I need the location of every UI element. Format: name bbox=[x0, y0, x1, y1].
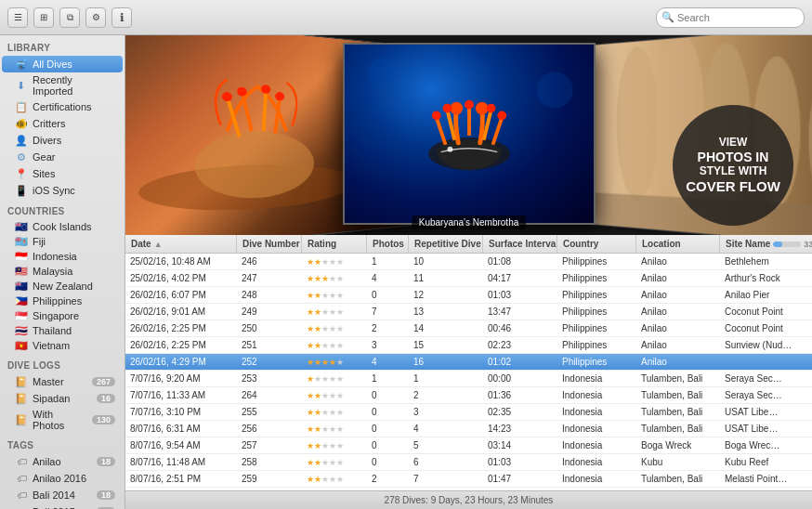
table-row[interactable]: 8/07/16, 2:51 PM 259 ★★★★★ 2 7 01:47 Ind… bbox=[125, 471, 812, 488]
sidebar-item-malaysia[interactable]: 🇲🇾 Malaysia bbox=[2, 264, 123, 279]
svg-point-22 bbox=[465, 100, 474, 110]
td-location: Tulamben, Bali bbox=[636, 404, 720, 420]
td-surface: 00:00 bbox=[483, 371, 557, 386]
td-site: Sunview (Nud… bbox=[720, 337, 812, 353]
td-photos: 2 bbox=[367, 471, 409, 487]
td-num: 252 bbox=[237, 354, 302, 370]
toolbar-btn-icon[interactable]: ⊞ bbox=[33, 7, 54, 28]
td-location: Anilao bbox=[636, 287, 720, 303]
td-location: Anilao bbox=[636, 254, 720, 269]
svg-point-10 bbox=[368, 59, 395, 85]
tag-icon: 🏷 bbox=[15, 489, 28, 502]
td-surface: 03:14 bbox=[483, 437, 557, 453]
sidebar-item-cook-islands[interactable]: 🇨🇰 Cook Islands bbox=[2, 219, 123, 234]
table-row[interactable]: 26/02/16, 6:07 PM 248 ★★★★★ 0 12 01:03 P… bbox=[125, 287, 812, 304]
th-photos[interactable]: Photos bbox=[367, 235, 409, 253]
td-photos: 0 bbox=[367, 421, 409, 437]
th-repetitive[interactable]: Repetitive Dive bbox=[409, 235, 483, 253]
td-rep: 6 bbox=[409, 454, 483, 470]
td-rating: ★★★★★ bbox=[302, 371, 367, 386]
td-site: USAT Libe… bbox=[720, 404, 812, 420]
table-row[interactable]: 25/02/16, 10:48 AM 246 ★★★★★ 1 10 01:08 … bbox=[125, 254, 812, 270]
overlay-line3: STYLE WITH bbox=[700, 164, 767, 177]
td-date: 7/07/16, 11:33 AM bbox=[125, 387, 237, 403]
toolbar-btn-settings[interactable]: ⚙ bbox=[85, 7, 106, 28]
anilao-badge: 18 bbox=[97, 457, 115, 466]
sidebar-item-sipadan[interactable]: 📔 Sipadan 16 bbox=[2, 390, 123, 407]
sidebar-item-tag-anilao[interactable]: 🏷 Anilao 18 bbox=[2, 453, 123, 470]
td-country: Philippines bbox=[557, 287, 636, 303]
td-num: 249 bbox=[237, 304, 302, 320]
td-photos: 0 bbox=[367, 437, 409, 453]
sidebar-item-sites[interactable]: 📍 Sites bbox=[2, 165, 123, 182]
td-num: 250 bbox=[237, 320, 302, 336]
svg-point-21 bbox=[442, 104, 452, 113]
cook-islands-flag: 🇨🇰 bbox=[15, 222, 28, 231]
sidebar-item-divers[interactable]: 👤 Divers bbox=[2, 132, 123, 149]
table-row[interactable]: 26/02/16, 4:29 PM 252 ★★★★★ 4 16 01:02 P… bbox=[125, 354, 812, 371]
sidebar-item-gear[interactable]: ⚙ Gear bbox=[2, 149, 123, 165]
sidebar-item-fiji[interactable]: 🇫🇯 Fiji bbox=[2, 234, 123, 249]
sidebar-item-all-dives[interactable]: 🤿 All Dives bbox=[2, 56, 123, 72]
status-bar: 278 Dives: 9 Days, 23 Hours, 23 Minutes bbox=[125, 490, 812, 509]
td-num: 248 bbox=[237, 287, 302, 303]
th-rating[interactable]: Rating bbox=[302, 235, 367, 253]
td-date: 26/02/16, 2:25 PM bbox=[125, 337, 237, 353]
table-row[interactable]: 8/07/16, 11:48 AM 258 ★★★★★ 0 6 01:03 In… bbox=[125, 454, 812, 471]
coverflow-center-photo[interactable] bbox=[343, 43, 596, 225]
td-rating: ★★★★★ bbox=[302, 471, 367, 487]
table-row[interactable]: 7/07/16, 3:10 PM 255 ★★★★★ 0 3 02:35 Ind… bbox=[125, 404, 812, 421]
sidebar-item-label: Singapore bbox=[33, 310, 79, 321]
tag-icon: 🏷 bbox=[15, 455, 28, 468]
table-row[interactable]: 8/07/16, 6:31 AM 256 ★★★★★ 0 4 14:23 Ind… bbox=[125, 421, 812, 437]
td-rating: ★★★★★ bbox=[302, 320, 367, 336]
toolbar-btn-info[interactable]: ℹ bbox=[111, 7, 132, 28]
th-dive-number[interactable]: Dive Number bbox=[237, 235, 302, 253]
sidebar-item-master[interactable]: 📔 Master 267 bbox=[2, 373, 123, 390]
td-num: 253 bbox=[237, 371, 302, 386]
table-row[interactable]: 7/07/16, 11:33 AM 264 ★★★★★ 0 2 01:36 In… bbox=[125, 387, 812, 404]
sidebar-item-tag-anilao-2016[interactable]: 🏷 Anilao 2016 bbox=[2, 470, 123, 487]
th-country[interactable]: Country bbox=[557, 235, 636, 253]
table-row[interactable]: 26/02/16, 2:25 PM 250 ★★★★★ 2 14 00:46 P… bbox=[125, 320, 812, 337]
th-location[interactable]: Location bbox=[636, 235, 720, 253]
sidebar-item-ios-sync[interactable]: 📱 iOS Sync bbox=[2, 182, 123, 199]
sidebar-item-vietnam[interactable]: 🇻🇳 Vietnam bbox=[2, 338, 123, 353]
sidebar-item-label: Sites bbox=[33, 168, 55, 179]
td-location: Anilao bbox=[636, 270, 720, 286]
search-input[interactable] bbox=[656, 7, 805, 28]
th-surface[interactable]: Surface Interval bbox=[483, 235, 557, 253]
sidebar-item-tag-bali-2015[interactable]: 🏷 Bali 2015 18 bbox=[2, 503, 123, 509]
td-photos: 4 bbox=[367, 270, 409, 286]
td-num: 256 bbox=[237, 421, 302, 437]
coverflow-area[interactable]: Kubaryana's Nembrotha VIEW PHOTOS IN STY… bbox=[125, 35, 812, 235]
table-row[interactable]: 26/02/16, 2:25 PM 251 ★★★★★ 3 15 02:23 P… bbox=[125, 337, 812, 354]
sidebar-item-certifications[interactable]: 📋 Certifications bbox=[2, 98, 123, 115]
table-row[interactable]: 25/02/16, 4:02 PM 247 ★★★★★ 4 11 04:17 P… bbox=[125, 270, 812, 287]
sidebar-item-thailand[interactable]: 🇹🇭 Thailand bbox=[2, 323, 123, 338]
td-photos: 2 bbox=[367, 320, 409, 336]
sidebar-item-new-zealand[interactable]: 🇳🇿 New Zealand bbox=[2, 279, 123, 294]
table-row[interactable]: 8/07/16, 9:54 AM 257 ★★★★★ 0 5 03:14 Ind… bbox=[125, 437, 812, 454]
td-rating: ★★★★★ bbox=[302, 404, 367, 420]
td-site: Seraya Sec… bbox=[720, 387, 812, 403]
sidebar-item-critters[interactable]: 🐠 Critters bbox=[2, 115, 123, 132]
malaysia-flag: 🇲🇾 bbox=[15, 267, 28, 276]
table-row[interactable]: 26/02/16, 9:01 AM 249 ★★★★★ 7 13 13:47 P… bbox=[125, 304, 812, 320]
svg-point-23 bbox=[486, 104, 495, 113]
sidebar-item-tag-bali-2014[interactable]: 🏷 Bali 2014 18 bbox=[2, 487, 123, 503]
th-site[interactable]: Site Name 33% bbox=[720, 235, 812, 253]
sidebar-item-singapore[interactable]: 🇸🇬 Singapore bbox=[2, 308, 123, 323]
td-location: Tulamben, Bali bbox=[636, 421, 720, 437]
sidebar-item-label: Certifications bbox=[33, 101, 92, 112]
toolbar-btn-list[interactable]: ☰ bbox=[7, 7, 28, 28]
svg-point-14 bbox=[475, 102, 488, 115]
td-surface: 02:23 bbox=[483, 337, 557, 353]
th-date[interactable]: Date ▲ bbox=[125, 235, 237, 253]
sidebar-item-philippines[interactable]: 🇵🇭 Philippines bbox=[2, 294, 123, 308]
toolbar-btn-coverflow[interactable]: ⧉ bbox=[59, 7, 80, 28]
sidebar-item-with-photos[interactable]: 📔 With Photos 130 bbox=[2, 407, 123, 433]
sidebar-item-indonesia[interactable]: 🇮🇩 Indonesia bbox=[2, 249, 123, 264]
sidebar-item-recently-imported[interactable]: ⬇ Recently Imported bbox=[2, 72, 123, 98]
table-row[interactable]: 7/07/16, 9:20 AM 253 ★★★★★ 1 1 00:00 Ind… bbox=[125, 371, 812, 387]
